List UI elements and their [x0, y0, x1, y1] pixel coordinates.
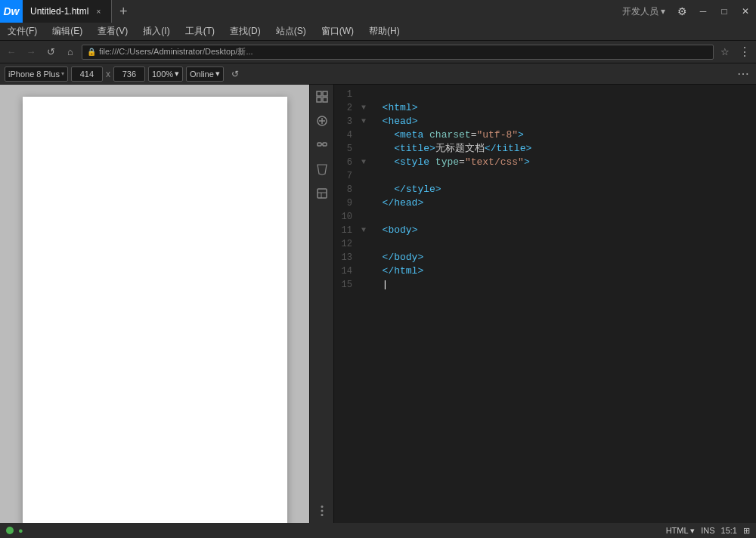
line-number-14: 14: [334, 264, 361, 278]
zoom-chevron-icon: ▾: [175, 69, 179, 79]
height-input[interactable]: 736: [113, 66, 145, 82]
address-text: file:///C:/Users/Administrator/Desktop/新…: [99, 46, 253, 57]
grid-view-icon[interactable]: ⊞: [743, 526, 750, 536]
device-selector[interactable]: iPhone 8 Plus ▾: [5, 66, 68, 82]
tab-area: Untitled-1.html × +: [23, 0, 135, 23]
code-line-3[interactable]: 3▼ <head>: [334, 115, 756, 128]
zoom-selector[interactable]: 100% ▾: [148, 66, 183, 82]
code-line-12[interactable]: 12: [334, 237, 756, 251]
line-code-1: [370, 88, 756, 101]
refresh-icon[interactable]: ↺: [227, 66, 243, 82]
fold-indicator-2[interactable]: ▼: [361, 101, 370, 115]
code-line-7[interactable]: 7: [334, 169, 756, 183]
code-line-14[interactable]: 14 </html>: [334, 264, 756, 278]
second-toolbar: iPhone 8 Plus ▾ 414 x 736 100% ▾ Online …: [0, 63, 756, 85]
insert-mode[interactable]: INS: [701, 526, 714, 535]
svg-rect-1: [323, 91, 327, 96]
line-number-3: 3: [334, 115, 361, 128]
maximize-button[interactable]: □: [714, 0, 735, 23]
status-right: HTML ▾ INS 15:1 ⊞: [666, 526, 750, 536]
forward-button[interactable]: →: [23, 44, 39, 60]
browser-toolbar: ← → ↺ ⌂ 🔒 file:///C:/Users/Administrator…: [0, 41, 756, 63]
line-code-6: <style type="text/css">: [370, 156, 756, 169]
svg-rect-8: [323, 143, 327, 146]
menu-insert[interactable]: 插入(I): [135, 23, 177, 41]
menu-site[interactable]: 站点(S): [268, 23, 314, 41]
code-line-13[interactable]: 13 </body>: [334, 251, 756, 264]
code-line-11[interactable]: 11▼ <body>: [334, 224, 756, 237]
fold-indicator-11[interactable]: ▼: [361, 224, 370, 237]
line-number-6: 6: [334, 156, 361, 169]
cursor-position[interactable]: 15:1: [721, 526, 737, 535]
home-button[interactable]: ⌂: [62, 44, 79, 60]
language-selector[interactable]: HTML ▾: [666, 526, 696, 536]
line-code-15: [370, 278, 756, 292]
code-line-5[interactable]: 5 <title>无标题文档</title>: [334, 142, 756, 156]
menu-tools[interactable]: 工具(T): [178, 23, 222, 41]
code-line-15[interactable]: 15: [334, 278, 756, 292]
address-bar[interactable]: 🔒 file:///C:/Users/Administrator/Desktop…: [82, 45, 714, 60]
menu-file[interactable]: 文件(F): [0, 23, 45, 41]
preview-frame: [23, 97, 287, 523]
bookmark-button[interactable]: ☆: [717, 44, 733, 60]
device-chevron-icon: ▾: [61, 70, 64, 77]
line-code-2: <html>: [370, 101, 756, 115]
settings-icon[interactable]: ⚙: [671, 0, 692, 23]
menu-help[interactable]: 帮助(H): [361, 23, 407, 41]
connect-icon[interactable]: [313, 136, 331, 154]
fold-indicator-6[interactable]: ▼: [361, 156, 370, 169]
back-button[interactable]: ←: [3, 44, 20, 60]
menu-edit[interactable]: 编辑(E): [45, 23, 90, 41]
extract-icon[interactable]: [313, 184, 331, 203]
fold-indicator-3[interactable]: ▼: [361, 115, 370, 128]
more-button[interactable]: ⋮: [736, 44, 753, 60]
menu-bar: 文件(F) 编辑(E) 查看(V) 插入(I) 工具(T) 查找(D) 站点(S…: [0, 23, 756, 41]
dimension-separator: x: [106, 69, 110, 79]
status-selector[interactable]: Online ▾: [186, 66, 224, 82]
line-number-9: 9: [334, 196, 361, 210]
tab-label: Untitled-1.html: [30, 6, 88, 17]
line-number-10: 10: [334, 210, 361, 224]
minimize-button[interactable]: ─: [692, 0, 714, 23]
menu-window[interactable]: 窗口(W): [314, 23, 361, 41]
tab-add-button[interactable]: +: [112, 0, 135, 23]
code-editor: 1 2▼ <html>3▼ <head>4 <meta charset="utf…: [310, 85, 756, 523]
device-label: iPhone 8 Plus: [8, 70, 60, 79]
line-code-5: <title>无标题文档</title>: [370, 142, 756, 156]
line-number-2: 2: [334, 101, 361, 115]
status-left: ●: [6, 526, 23, 535]
code-content: 1 2▼ <html>3▼ <head>4 <meta charset="utf…: [334, 85, 756, 523]
lock-icon: 🔒: [87, 48, 96, 56]
left-panel: [0, 85, 310, 523]
code-line-2[interactable]: 2▼ <html>: [334, 101, 756, 115]
title-bar-left: Dw Untitled-1.html × +: [0, 0, 616, 23]
code-line-6[interactable]: 6▼ <style type="text/css">: [334, 156, 756, 169]
width-input[interactable]: 414: [71, 66, 103, 82]
line-number-13: 13: [334, 251, 361, 264]
second-toolbar-more[interactable]: ⋯: [735, 66, 751, 82]
svg-point-13: [321, 510, 323, 512]
code-line-9[interactable]: 9 </head>: [334, 196, 756, 210]
svg-rect-3: [323, 97, 327, 102]
close-button[interactable]: ✕: [735, 0, 756, 23]
tab-untitled[interactable]: Untitled-1.html ×: [23, 0, 112, 23]
insert-icon[interactable]: [313, 112, 331, 130]
code-line-8[interactable]: 8 </style>: [334, 183, 756, 196]
line-code-13: </body>: [370, 251, 756, 264]
svg-rect-2: [317, 97, 321, 102]
dev-label[interactable]: 开发人员 ▾: [616, 5, 671, 18]
css-icon[interactable]: [313, 160, 331, 178]
image-icon[interactable]: [313, 502, 331, 520]
tab-close-button[interactable]: ×: [93, 6, 104, 17]
line-number-8: 8: [334, 183, 361, 196]
files-icon[interactable]: [313, 88, 331, 106]
code-line-10[interactable]: 10: [334, 210, 756, 224]
menu-view[interactable]: 查看(V): [90, 23, 135, 41]
line-code-11: <body>: [370, 224, 756, 237]
line-number-1: 1: [334, 88, 361, 101]
reload-button[interactable]: ↺: [42, 44, 59, 60]
code-line-4[interactable]: 4 <meta charset="utf-8">: [334, 128, 756, 142]
code-line-1[interactable]: 1: [334, 88, 756, 101]
menu-find[interactable]: 查找(D): [222, 23, 268, 41]
dw-logo: Dw: [0, 0, 23, 23]
